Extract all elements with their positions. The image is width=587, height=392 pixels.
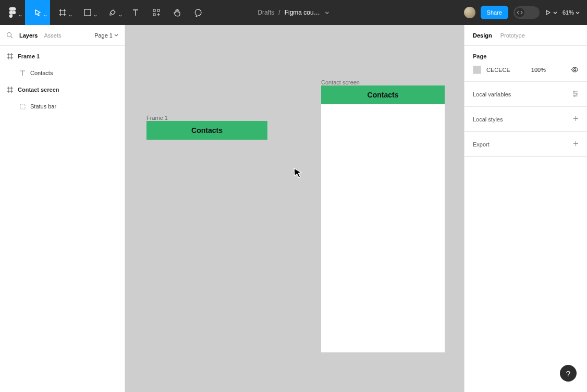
frame-icon [6, 86, 14, 93]
svg-point-11 [574, 95, 576, 97]
text-tool-button[interactable] [125, 0, 146, 25]
user-avatar[interactable] [464, 7, 475, 18]
contact-screen-frame[interactable]: Contacts [321, 85, 445, 352]
right-panel: Design Prototype Page CECECE 100% Local … [464, 25, 587, 392]
frame-1-text: Contacts [191, 126, 223, 134]
chevron-down-icon [119, 15, 122, 17]
local-styles-label: Local styles [473, 116, 503, 123]
chevron-down-icon [94, 15, 97, 17]
resources-icon [152, 8, 161, 17]
layers-tab[interactable]: Layers [19, 32, 38, 39]
layer-label: Contact screen [18, 87, 59, 93]
breadcrumb-separator: / [278, 9, 280, 16]
color-opacity-value[interactable]: 100% [531, 67, 546, 73]
hand-tool-button[interactable] [167, 0, 188, 25]
layers-tree: Frame 1 Contacts Contact screen Status b… [0, 46, 125, 115]
dev-mode-toggle[interactable] [513, 6, 540, 19]
page-label: Page 1 [94, 32, 113, 39]
color-hex-value[interactable]: CECECE [486, 67, 510, 73]
layer-contacts-text[interactable]: Contacts [0, 65, 125, 81]
local-variables-label: Local variables [473, 91, 511, 97]
svg-rect-7 [20, 104, 25, 109]
svg-rect-1 [84, 9, 91, 16]
chevron-down-icon [44, 15, 47, 17]
layer-contact-screen[interactable]: Contact screen [0, 81, 125, 98]
layer-label: Frame 1 [18, 53, 40, 59]
contact-screen-header-text: Contacts [368, 91, 399, 99]
text-icon [19, 69, 26, 77]
search-icon[interactable] [6, 32, 13, 39]
top-toolbar: Drafts / Figma cou… Share 61% [0, 0, 587, 25]
frame-1[interactable]: Contacts [146, 121, 267, 140]
plus-icon [573, 116, 579, 123]
svg-rect-5 [153, 14, 155, 16]
zoom-menu[interactable]: 61% [562, 9, 580, 16]
comment-tool-button[interactable] [188, 0, 209, 25]
pen-icon [108, 8, 117, 17]
cursor-icon [34, 9, 42, 17]
visibility-toggle[interactable] [571, 67, 579, 74]
page-background-row[interactable]: CECECE 100% [473, 66, 579, 74]
chevron-down-icon[interactable] [325, 11, 329, 14]
eye-icon [571, 67, 579, 72]
figma-logo-icon [9, 7, 16, 18]
layer-status-bar[interactable]: Status bar [0, 98, 125, 115]
page-selector[interactable]: Page 1 [94, 32, 118, 39]
chevron-down-icon [19, 15, 22, 17]
assets-tab[interactable]: Assets [44, 32, 61, 39]
play-icon [545, 9, 551, 16]
toolbar-left-group [0, 0, 209, 25]
svg-point-6 [7, 33, 11, 37]
zoom-value: 61% [562, 9, 574, 16]
dev-mode-knob [515, 8, 524, 17]
move-tool-button[interactable] [25, 0, 50, 25]
toolbar-title: Drafts / Figma cou… [258, 9, 329, 16]
svg-point-10 [576, 93, 578, 95]
pen-tool-button[interactable] [100, 0, 125, 25]
help-icon: ? [566, 369, 570, 378]
layer-frame-1[interactable]: Frame 1 [0, 48, 125, 65]
contact-screen-header: Contacts [321, 85, 445, 104]
contact-screen-label[interactable]: Contact screen [321, 79, 360, 85]
local-styles-row[interactable]: Local styles [464, 107, 587, 132]
main-menu-button[interactable] [0, 0, 25, 25]
share-button[interactable]: Share [481, 6, 508, 19]
chevron-down-icon [69, 15, 72, 17]
plus-icon [573, 141, 579, 148]
file-name-label[interactable]: Figma cou… [285, 9, 320, 16]
export-row[interactable]: Export [464, 132, 587, 157]
frame-icon [58, 8, 67, 17]
right-panel-tabs: Design Prototype [464, 25, 587, 46]
chevron-down-icon [553, 11, 557, 14]
left-panel-header: Layers Assets Page 1 [0, 25, 125, 46]
svg-point-8 [574, 68, 576, 70]
svg-rect-4 [157, 9, 160, 11]
chevron-down-icon [576, 11, 580, 14]
settings-sliders-icon [572, 90, 579, 98]
present-button[interactable] [545, 9, 557, 16]
shape-tool-button[interactable] [75, 0, 100, 25]
design-tab[interactable]: Design [473, 32, 492, 39]
color-swatch[interactable] [473, 66, 481, 74]
svg-point-2 [111, 13, 112, 14]
frame-1-label[interactable]: Frame 1 [146, 115, 168, 121]
export-label: Export [473, 141, 490, 148]
canvas[interactable]: Frame 1 Contacts Contact screen Contacts [125, 25, 464, 392]
svg-point-0 [13, 11, 16, 14]
text-icon [132, 9, 139, 16]
project-folder-link[interactable]: Drafts [258, 9, 274, 16]
local-variables-row[interactable]: Local variables [464, 82, 587, 107]
frame-icon [6, 53, 14, 60]
svg-point-9 [573, 91, 575, 93]
frame-tool-button[interactable] [50, 0, 75, 25]
toolbar-right-group: Share 61% [464, 6, 587, 19]
page-section: Page CECECE 100% [464, 46, 587, 82]
group-icon [19, 103, 26, 110]
chevron-down-icon [114, 34, 118, 36]
help-button[interactable]: ? [560, 365, 577, 382]
rectangle-icon [84, 9, 91, 16]
prototype-tab[interactable]: Prototype [500, 32, 525, 39]
layer-label: Status bar [30, 103, 56, 109]
resources-button[interactable] [146, 0, 167, 25]
mouse-cursor-icon [292, 167, 304, 179]
